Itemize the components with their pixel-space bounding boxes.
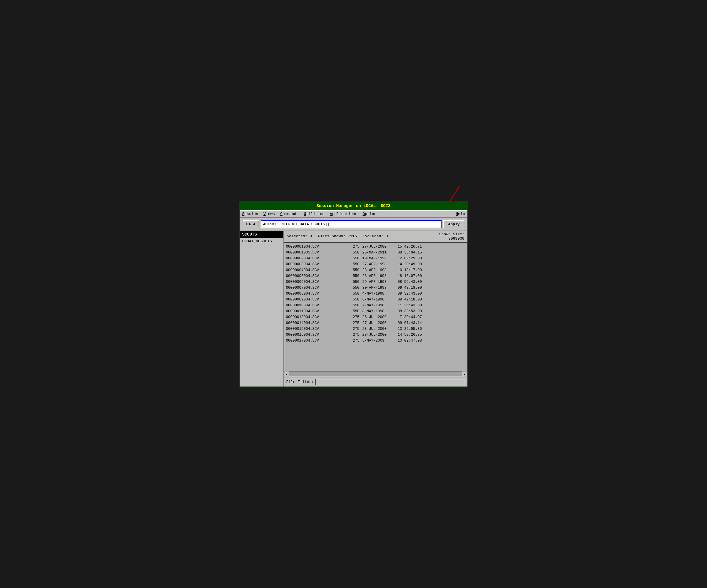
file-list-container: 00000001004.SCV27527-JUL-200015:42:26.71… <box>284 242 467 372</box>
file-filter-input[interactable] <box>315 379 465 385</box>
menu-help[interactable]: Help <box>456 212 465 216</box>
sidebar: SCOUTS UPDAT_RESULTS <box>240 231 284 387</box>
menu-bar: Session Views Commands Utilities Applica… <box>240 210 467 218</box>
scroll-right-arrow[interactable]: ▶ <box>462 372 467 377</box>
file-stats-bar: Selected: 0 Files Shown: 7116 Excluded: … <box>284 231 467 242</box>
toolbar: DATA Apply <box>240 218 467 231</box>
scroll-left-arrow[interactable]: ◀ <box>284 372 289 377</box>
file-filter-label: File Filter: <box>286 380 314 384</box>
table-row[interactable]: 00000007004.SCV55030-APR-199809:43:18.00 <box>286 285 465 291</box>
menu-applications[interactable]: Applications <box>330 212 358 216</box>
horizontal-scrollbar[interactable]: ◀ ▶ <box>284 372 467 377</box>
file-filter-bar: File Filter: <box>284 377 467 387</box>
table-row[interactable]: 00000014004.SCV27527-JUL-200009:07:43.14 <box>286 320 465 326</box>
table-row[interactable]: 00000002004.SCV55019-MAR-199912:09:29.00 <box>286 256 465 261</box>
session-manager-window: Session Manager on LOCAL: SCI3 Session V… <box>239 201 468 388</box>
table-row[interactable]: 00000001004.SCV27527-JUL-200015:42:26.71 <box>286 244 465 250</box>
table-row[interactable]: 00000005004.SCV55028-APR-199818:16:07.00 <box>286 273 465 279</box>
files-shown[interactable]: Files Shown: 7116 <box>318 234 357 238</box>
menu-utilities[interactable]: Utilities <box>304 212 325 216</box>
table-row[interactable]: 00000013004.SCV27526-JUL-200017:30:44.07 <box>286 314 465 320</box>
table-row[interactable]: 00000004004.SCV55028-APR-199810:12:17.00 <box>286 267 465 273</box>
table-row[interactable]: 00000011004.SCV550 8-MAY-199808:33:53.00 <box>286 308 465 314</box>
window-title: Session Manager on LOCAL: SCI3 <box>316 204 391 208</box>
menu-session[interactable]: Session <box>242 212 259 216</box>
excluded-count[interactable]: Excluded: 0 <box>363 234 388 238</box>
path-input[interactable] <box>261 220 442 228</box>
table-row[interactable]: 00000001005.SCV55025-MAR-201108:33:04.15 <box>286 250 465 256</box>
file-panel: Selected: 0 Files Shown: 7116 Excluded: … <box>284 231 467 387</box>
sidebar-item-scouts[interactable]: SCOUTS <box>240 231 283 238</box>
table-row[interactable]: 00000016004.SCV27528-JUL-200014:59:26.75 <box>286 332 465 338</box>
selected-count[interactable]: Selected: 0 <box>287 234 312 238</box>
apply-button[interactable]: Apply <box>443 220 464 228</box>
table-row[interactable]: 00000010004.SCV550 7-MAY-199811:25:43.00 <box>286 302 465 308</box>
file-list[interactable]: 00000001004.SCV27527-JUL-200015:42:26.71… <box>284 242 467 372</box>
table-row[interactable]: 00000008004.SCV550 4-MAY-199809:32:43.00 <box>286 291 465 297</box>
sidebar-item-updat[interactable]: UPDAT_RESULTS <box>240 238 283 245</box>
shown-size: Shown Size: 3069000 <box>439 232 465 241</box>
main-area: SCOUTS UPDAT_RESULTS Selected: 0 Files S… <box>240 231 467 387</box>
table-row[interactable]: 00000003004.SCV55027-APR-199814:20:49.00 <box>286 261 465 267</box>
table-row[interactable]: 00000009004.SCV550 6-MAY-199809:49:18.00 <box>286 297 465 302</box>
menu-views[interactable]: Views <box>263 212 275 216</box>
title-bar: Session Manager on LOCAL: SCI3 <box>240 202 467 210</box>
menu-commands[interactable]: Commands <box>280 212 298 216</box>
scroll-track[interactable] <box>289 372 462 376</box>
data-button[interactable]: DATA <box>243 220 259 228</box>
table-row[interactable]: 00000015004.SCV27528-JUL-200013:22:55.86 <box>286 326 465 332</box>
table-row[interactable]: 00000017004.SCV275 5-MAY-200910:09:47.98 <box>286 338 465 344</box>
menu-options[interactable]: Options <box>363 212 379 216</box>
table-row[interactable]: 00000006004.SCV55029-APR-199808:55:43.00 <box>286 279 465 285</box>
